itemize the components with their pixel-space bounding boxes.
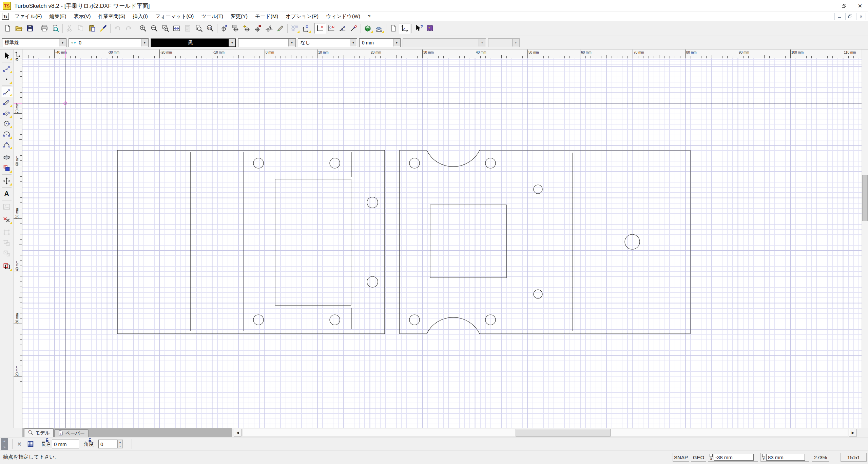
select-tool[interactable] <box>1 51 13 61</box>
angle-down-button[interactable]: ▼ <box>117 444 123 448</box>
calculator-grid-button[interactable] <box>26 440 35 448</box>
print-preview-icon[interactable] <box>50 23 61 34</box>
x-lock-checkbox[interactable] <box>710 454 713 457</box>
snap-toggle[interactable]: SNAP <box>673 453 689 462</box>
chevron-down-icon[interactable]: ▼ <box>229 39 235 46</box>
ruler-origin-icon[interactable] <box>14 50 22 58</box>
erase-tool[interactable] <box>1 214 13 225</box>
layer-select[interactable]: ⁹⁹0▼ <box>69 38 149 47</box>
solid-tool[interactable] <box>1 152 13 163</box>
zoom-out-icon[interactable] <box>149 23 160 34</box>
polyline-tool[interactable] <box>1 63 13 74</box>
menu-item-4[interactable]: 作業空間(S) <box>95 12 129 21</box>
line-tool[interactable] <box>1 87 13 97</box>
clear-coordinates-button[interactable]: × <box>15 440 24 448</box>
new-icon[interactable] <box>2 23 13 34</box>
copy-entities-tool[interactable] <box>1 261 13 272</box>
layers-icon[interactable] <box>362 23 373 34</box>
line-style-select[interactable]: 標準線▼ <box>2 38 66 47</box>
chevron-down-icon[interactable]: ▼ <box>288 39 295 46</box>
y-coordinate-input[interactable] <box>766 454 805 461</box>
aerial-view-icon[interactable] <box>264 23 275 34</box>
drawing-canvas[interactable] <box>22 58 862 428</box>
chevron-down-icon[interactable]: ▼ <box>479 39 485 46</box>
coordinate-system-icon[interactable] <box>300 23 311 34</box>
color-select[interactable]: 黒▼ <box>151 38 236 47</box>
close-button[interactable]: × <box>852 0 868 12</box>
geo-toggle[interactable]: GEO <box>691 453 706 462</box>
save-icon[interactable] <box>24 23 36 34</box>
mdi-restore-button[interactable] <box>845 13 855 20</box>
x-coordinate-input[interactable] <box>714 454 754 461</box>
view-list-icon[interactable] <box>230 23 241 34</box>
mdi-minimize-button[interactable] <box>834 13 844 20</box>
layer-manager-icon[interactable] <box>373 23 385 34</box>
vertical-scrollbar-thumb[interactable] <box>862 175 868 221</box>
chevron-down-icon[interactable]: ▼ <box>512 39 519 46</box>
view-new-icon[interactable] <box>241 23 252 34</box>
axis-point-icon[interactable] <box>326 23 337 34</box>
chevron-down-icon[interactable]: ▼ <box>59 39 66 46</box>
chevron-down-icon[interactable]: ▼ <box>393 39 400 46</box>
hscroll-right-button[interactable]: ▶ <box>849 429 857 437</box>
menu-item-3[interactable]: 表示(V) <box>70 12 95 21</box>
tab-paper[interactable]: 1ペーパー <box>54 429 89 437</box>
menu-item-6[interactable]: フォーマット(O) <box>152 12 197 21</box>
circle-tool[interactable] <box>1 118 13 129</box>
menu-item-9[interactable]: モード(M) <box>251 12 282 21</box>
angle-mode-icon[interactable] <box>337 23 348 34</box>
menu-item-12[interactable]: ? <box>364 12 374 21</box>
snap-grid-icon[interactable] <box>289 23 300 34</box>
line-width-select[interactable]: 0 mm▼ <box>359 38 401 47</box>
hscroll-left-button[interactable]: ◀ <box>234 429 242 437</box>
hatch-tool[interactable] <box>1 163 13 173</box>
redraw-icon[interactable] <box>275 23 286 34</box>
paste-icon[interactable] <box>86 23 98 34</box>
menu-item-8[interactable]: 変更(Y) <box>227 12 251 21</box>
menu-item-10[interactable]: オプション(P) <box>282 12 322 21</box>
expand-button[interactable]: » <box>1 444 8 450</box>
restore-button[interactable] <box>836 0 852 12</box>
zoom-level[interactable]: 273% <box>812 453 829 462</box>
ortho-mode-icon[interactable] <box>314 23 326 34</box>
zoom-1to1-icon[interactable]: 1:1 <box>205 23 216 34</box>
format-painter-icon[interactable] <box>98 23 109 34</box>
zoom-in-icon[interactable] <box>137 23 149 34</box>
view-previous-icon[interactable] <box>219 23 230 34</box>
move-tool[interactable] <box>1 176 13 186</box>
menu-item-1[interactable]: ファイル(F) <box>11 12 46 21</box>
y-lock-checkbox[interactable] <box>762 454 765 457</box>
view-named-icon[interactable] <box>252 23 264 34</box>
vector-mode-icon[interactable] <box>348 23 359 34</box>
curve-tool[interactable] <box>1 139 13 150</box>
hatch-select[interactable]: なし▼ <box>298 38 357 47</box>
collapse-button[interactable]: « <box>1 438 8 444</box>
world-axes-icon[interactable] <box>399 23 410 34</box>
angle-input[interactable] <box>98 440 117 448</box>
tab-model[interactable]: モデル <box>24 428 54 437</box>
text-tool[interactable]: A <box>1 189 13 199</box>
menu-item-7[interactable]: ツール(T) <box>197 12 227 21</box>
minimize-button[interactable] <box>820 0 836 12</box>
menu-item-5[interactable]: 挿入(I) <box>129 12 152 21</box>
horizontal-scrollbar-thumb[interactable] <box>516 429 611 437</box>
menu-item-11[interactable]: ウィンドウ(W) <box>322 12 364 21</box>
double-line-tool[interactable] <box>1 97 13 108</box>
line-type-select[interactable]: ▼ <box>238 38 296 47</box>
zoom-window-icon[interactable] <box>160 23 171 34</box>
zoom-extents-icon[interactable] <box>171 23 182 34</box>
menu-item-2[interactable]: 編集(E) <box>46 12 70 21</box>
chevron-down-icon[interactable]: ▼ <box>350 39 356 46</box>
multi-line-tool[interactable] <box>1 108 13 118</box>
mdi-close-button[interactable]: × <box>856 13 866 20</box>
help-book-icon[interactable]: ? <box>424 23 436 34</box>
sheet-icon[interactable] <box>388 23 399 34</box>
open-icon[interactable] <box>13 23 24 34</box>
print-icon[interactable] <box>39 23 50 34</box>
vertical-scrollbar[interactable] <box>862 50 868 428</box>
point-tool[interactable] <box>1 74 13 84</box>
zoom-view-icon[interactable] <box>193 23 205 34</box>
chevron-down-icon[interactable]: ▼ <box>141 39 148 46</box>
length-input[interactable] <box>52 440 79 448</box>
context-help-icon[interactable]: ? <box>413 23 424 34</box>
